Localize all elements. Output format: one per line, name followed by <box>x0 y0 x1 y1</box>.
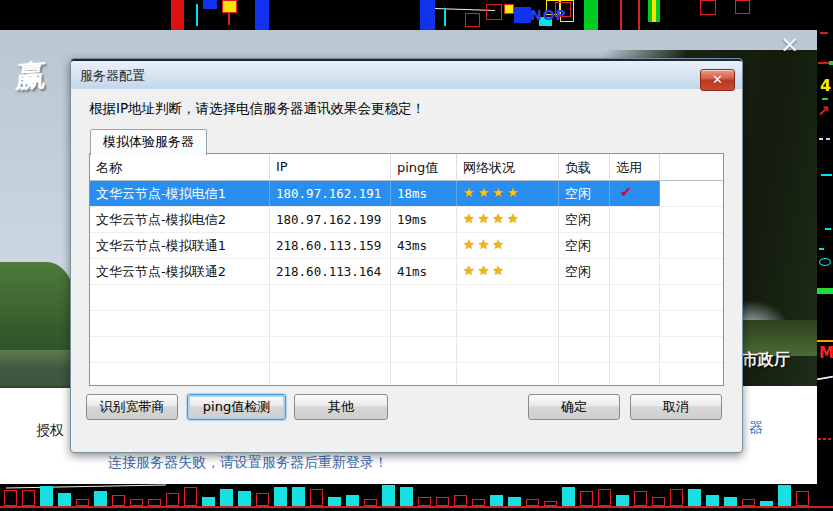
volume-bar <box>166 493 179 506</box>
cancel-button[interactable]: 取消 <box>630 394 722 420</box>
chart-mark <box>514 7 531 23</box>
empty-cell <box>559 311 610 336</box>
table-row[interactable]: 文华云节点-模拟电信1180.97.162.19118ms★★★★空闲✔ <box>90 181 723 207</box>
table-row[interactable]: 文华云节点-模拟电信2180.97.162.19919ms★★★★空闲 <box>90 207 723 233</box>
tick-mark <box>820 32 828 34</box>
volume-bar <box>490 495 503 506</box>
volume-bar <box>238 491 251 506</box>
volume-bar <box>400 487 413 506</box>
volume-bar <box>508 497 521 506</box>
app-screen: NOP 赢 市政厅 ✕ 4 ↗ M 授权 器 连接服务器失败，请设置服务器后重新… <box>0 0 833 511</box>
column-header-2[interactable]: ping值 <box>391 154 457 180</box>
volume-bar <box>364 499 377 506</box>
tick-mark <box>826 138 830 140</box>
volume-bar <box>742 499 755 506</box>
m-marker-label: M <box>819 344 833 362</box>
connection-error-message: 连接服务器失败，请设置服务器后重新登录！ <box>108 454 388 472</box>
column-header-3[interactable]: 网络状况 <box>457 154 559 180</box>
cell-network-stars: ★★★ <box>457 259 559 284</box>
column-header-5[interactable]: 选用 <box>610 154 660 180</box>
empty-cell <box>270 337 391 362</box>
brand-watermark: 赢 <box>14 55 47 98</box>
dialog-close-button[interactable]: ✕ <box>700 69 735 91</box>
tick-mark <box>828 438 831 440</box>
volume-bar <box>40 486 53 506</box>
cell-load: 空闲 <box>559 181 610 206</box>
other-button[interactable]: 其他 <box>294 394 388 420</box>
chart-mark <box>171 0 184 30</box>
empty-cell <box>270 285 391 310</box>
column-header-0[interactable]: 名称 <box>90 154 270 180</box>
empty-cell <box>270 363 391 386</box>
ping-test-button[interactable]: ping值检测 <box>187 394 286 420</box>
chart-baseline <box>0 506 833 508</box>
chart-mark <box>735 0 750 14</box>
server-config-dialog: 服务器配置 ✕ 根据IP地址判断，请选择电信服务器通讯效果会更稳定！ 模拟体验服… <box>70 58 743 453</box>
chart-mark <box>584 0 598 30</box>
dialog-info-text: 根据IP地址判断，请选择电信服务器通讯效果会更稳定！ <box>89 100 425 118</box>
empty-cell <box>559 285 610 310</box>
empty-cell <box>90 285 270 310</box>
chart-mark <box>203 0 217 9</box>
table-row[interactable]: 文华云节点-模拟联通2218.60.113.16441ms★★★空闲 <box>90 259 723 285</box>
row-filler <box>660 311 723 336</box>
cell-load: 空闲 <box>559 233 610 258</box>
volume-bar <box>4 490 17 506</box>
ok-button[interactable]: 确定 <box>528 394 620 420</box>
volume-bar <box>220 489 233 506</box>
volume-bar <box>454 495 467 506</box>
marker-ellipse <box>819 258 831 266</box>
column-header-1[interactable]: IP <box>270 154 391 180</box>
chart-mark <box>700 0 716 15</box>
empty-cell <box>391 311 457 336</box>
volume-bar <box>112 495 125 506</box>
volume-bar <box>796 491 809 506</box>
volume-bar <box>760 501 773 506</box>
empty-cell <box>457 363 559 386</box>
server-table: 名称IPping值网络状况负载选用 文华云节点-模拟电信1180.97.162.… <box>89 153 724 386</box>
tick-mark <box>823 438 826 440</box>
chart-mark <box>638 0 640 30</box>
tick-mark <box>818 438 821 440</box>
volume-bar <box>598 489 611 506</box>
tab-simulation-servers[interactable]: 模拟体验服务器 <box>90 129 207 155</box>
volume-bar <box>418 497 431 506</box>
table-row[interactable]: 文华云节点-模拟联通1218.60.113.15943ms★★★空闲 <box>90 233 723 259</box>
volume-bar <box>580 491 593 506</box>
right-price-strip: 4 ↗ M <box>817 30 833 484</box>
empty-cell <box>391 285 457 310</box>
empty-cell <box>610 363 660 386</box>
volume-bar <box>130 499 143 506</box>
dialog-titlebar[interactable]: 服务器配置 ✕ <box>71 59 742 89</box>
row-filler <box>660 207 723 232</box>
volume-bar <box>634 491 647 506</box>
volume-bar <box>652 497 665 506</box>
row-filler <box>660 337 723 362</box>
empty-cell <box>610 337 660 362</box>
tick-mark <box>829 61 833 65</box>
detect-isp-button[interactable]: 识别宽带商 <box>86 394 178 420</box>
cell-load: 空闲 <box>559 207 610 232</box>
volume-bar <box>94 491 107 506</box>
volume-bar <box>562 487 575 506</box>
volume-bar <box>256 493 269 506</box>
cell-ip: 180.97.162.199 <box>270 207 391 232</box>
tick-mark <box>819 138 823 140</box>
chart-mark <box>228 12 230 25</box>
volume-bar <box>436 497 449 506</box>
bottom-volume-strip <box>0 484 833 511</box>
empty-cell <box>391 337 457 362</box>
server-label-fragment: 器 <box>749 419 763 437</box>
cell-selected-check <box>610 233 660 258</box>
table-empty-row <box>90 285 723 311</box>
empty-cell <box>457 285 559 310</box>
volume-bars <box>4 484 809 506</box>
chart-mark <box>420 0 435 30</box>
window-close-icon[interactable]: ✕ <box>780 34 799 56</box>
volume-bar <box>346 495 359 506</box>
cell-name: 文华云节点-模拟联通2 <box>90 259 270 284</box>
volume-bar <box>670 489 683 506</box>
volume-bar <box>148 499 161 506</box>
column-header-4[interactable]: 负载 <box>559 154 610 180</box>
chart-mark <box>486 4 502 20</box>
